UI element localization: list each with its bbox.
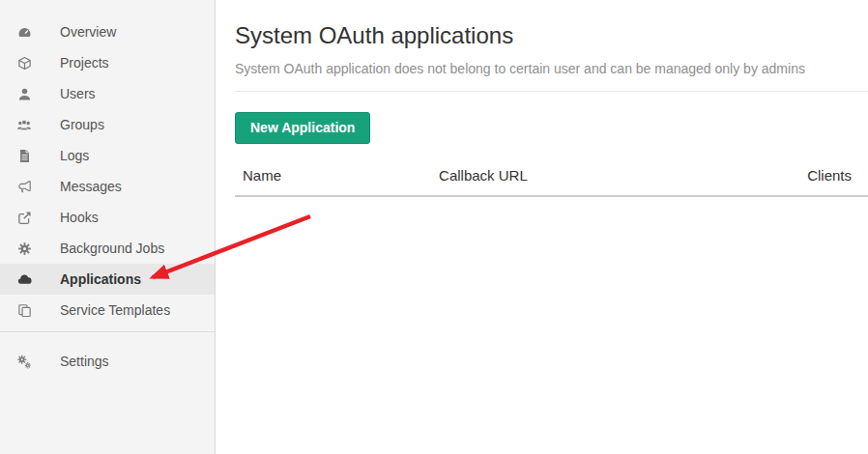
external-link-icon — [16, 210, 32, 225]
gear-icon — [16, 241, 32, 256]
sidebar-item-service-templates[interactable]: Service Templates — [0, 295, 215, 326]
sidebar-item-logs[interactable]: Logs — [0, 140, 215, 171]
sidebar-item-groups[interactable]: Groups — [0, 109, 215, 140]
sidebar-item-background-jobs[interactable]: Background Jobs — [0, 233, 215, 264]
sidebar-item-label: Logs — [60, 148, 89, 163]
sidebar-item-settings[interactable]: Settings — [0, 346, 215, 377]
new-application-button[interactable]: New Application — [235, 112, 370, 144]
section-divider — [235, 91, 868, 92]
column-header-callback-url: Callback URL — [431, 157, 741, 196]
sidebar-item-users[interactable]: Users — [0, 78, 215, 109]
bullhorn-icon — [16, 179, 32, 194]
sidebar-item-projects[interactable]: Projects — [0, 47, 215, 78]
sidebar-item-label: Background Jobs — [60, 241, 164, 256]
users-icon — [16, 117, 32, 132]
sidebar-item-label: Hooks — [60, 210, 99, 225]
sidebar-item-label: Applications — [60, 271, 141, 287]
main-content: System OAuth applications System OAuth a… — [217, 0, 868, 454]
sidebar-item-label: Messages — [60, 179, 122, 194]
oauth-applications-table: Name Callback URL Clients — [235, 157, 868, 197]
admin-sidebar: Overview Projects Users — [0, 0, 216, 454]
dashboard-icon — [16, 24, 32, 40]
sidebar-divider — [0, 331, 215, 332]
sidebar-item-label: Settings — [60, 354, 109, 369]
column-header-name: Name — [235, 157, 431, 196]
cube-icon — [16, 55, 32, 71]
sidebar-item-label: Service Templates — [60, 302, 170, 318]
sidebar-item-hooks[interactable]: Hooks — [0, 202, 215, 233]
sidebar-item-applications[interactable]: Applications — [0, 264, 215, 295]
table-header-row: Name Callback URL Clients — [235, 157, 868, 196]
user-icon — [16, 86, 32, 101]
sidebar-item-overview[interactable]: Overview — [0, 16, 215, 47]
column-header-clients: Clients — [741, 157, 868, 196]
gears-icon — [16, 354, 32, 369]
sidebar-item-label: Overview — [60, 24, 116, 40]
sidebar-item-label: Groups — [60, 117, 104, 132]
copy-icon — [16, 302, 32, 318]
sidebar-item-label: Projects — [60, 55, 109, 71]
cloud-icon — [16, 271, 32, 287]
sidebar-item-messages[interactable]: Messages — [0, 171, 215, 202]
sidebar-item-label: Users — [60, 86, 96, 101]
page-subtitle: System OAuth application does not belong… — [235, 61, 868, 76]
page-title: System OAuth applications — [235, 22, 868, 49]
file-text-icon — [16, 148, 32, 163]
